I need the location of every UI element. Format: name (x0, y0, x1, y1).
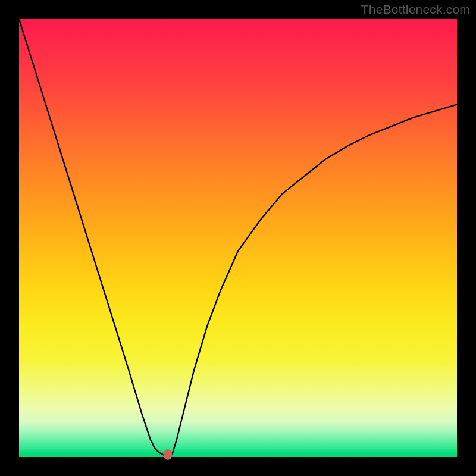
optimum-marker (164, 449, 173, 460)
curve-svg (19, 19, 457, 457)
plot-area (19, 19, 457, 457)
bottleneck-curve (19, 19, 457, 455)
chart-frame: TheBottleneck.com (0, 0, 476, 476)
watermark-text: TheBottleneck.com (361, 2, 470, 17)
